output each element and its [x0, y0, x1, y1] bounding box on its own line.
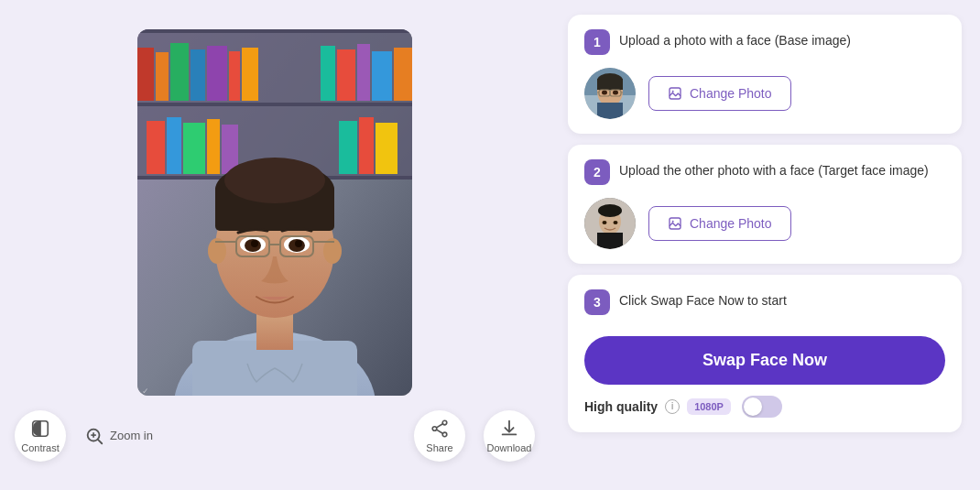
svg-point-63 [602, 91, 607, 95]
step1-change-photo-button[interactable]: Change Photo [648, 76, 791, 111]
download-icon [499, 419, 519, 439]
share-icon [430, 419, 450, 439]
main-image: ✓ [137, 29, 412, 396]
svg-rect-12 [321, 46, 335, 101]
step1-avatar [584, 68, 636, 119]
svg-point-64 [613, 91, 618, 95]
svg-point-71 [672, 91, 674, 93]
svg-point-78 [603, 221, 607, 224]
svg-rect-15 [372, 51, 392, 101]
svg-point-52 [442, 432, 447, 437]
svg-point-51 [442, 420, 447, 425]
swap-face-button[interactable]: Swap Face Now [584, 336, 945, 385]
share-label: Share [426, 442, 452, 453]
step2-content: Change Photo [584, 198, 945, 249]
step2-avatar [584, 198, 636, 249]
download-button[interactable]: Download [484, 410, 535, 462]
svg-rect-61 [597, 79, 623, 90]
bottom-toolbar: Contrast Zoom in Share [15, 410, 535, 462]
zoom-label: Zoom in [110, 429, 153, 442]
svg-rect-3 [137, 103, 412, 106]
step1-content: Change Photo [584, 68, 945, 119]
step2-change-photo-button[interactable]: Change Photo [648, 206, 791, 241]
step2-card: 2 Upload the other photo with a face (Ta… [568, 145, 962, 264]
step3-title: Click Swap Face Now to start [619, 289, 787, 310]
quality-toggle[interactable] [742, 396, 782, 418]
svg-rect-24 [376, 123, 397, 174]
svg-point-79 [614, 221, 618, 224]
left-panel: ✓ Contrast Zoom in [0, 0, 550, 490]
svg-rect-5 [137, 48, 154, 101]
quality-row: High quality i 1080P [584, 396, 945, 418]
svg-rect-13 [337, 49, 355, 101]
svg-rect-17 [147, 121, 165, 174]
svg-rect-8 [191, 49, 205, 101]
right-panel: 1 Upload a photo with a face (Base image… [550, 0, 980, 490]
svg-rect-2 [137, 29, 412, 33]
svg-point-53 [432, 426, 437, 430]
step2-badge: 2 [584, 159, 610, 185]
step1-title: Upload a photo with a face (Base image) [619, 29, 851, 50]
svg-rect-7 [170, 43, 189, 101]
svg-line-48 [98, 440, 102, 443]
svg-rect-6 [156, 52, 169, 101]
step1-card: 1 Upload a photo with a face (Base image… [568, 15, 962, 134]
svg-point-39 [295, 240, 302, 247]
svg-point-38 [251, 240, 258, 247]
svg-text:✓: ✓ [142, 387, 149, 396]
svg-rect-22 [339, 121, 357, 174]
svg-rect-16 [394, 48, 412, 101]
image-icon-2 [668, 216, 682, 231]
svg-point-76 [598, 204, 622, 217]
svg-rect-77 [597, 233, 623, 249]
svg-rect-10 [229, 51, 240, 101]
quality-badge: 1080P [687, 398, 731, 415]
svg-rect-20 [207, 119, 220, 174]
step3-card: 3 Click Swap Face Now to start Swap Face… [568, 275, 962, 432]
svg-rect-23 [359, 117, 374, 174]
zoom-in-button[interactable]: Zoom in [84, 426, 153, 446]
step3-badge: 3 [584, 289, 610, 315]
step2-header: 2 Upload the other photo with a face (Ta… [584, 159, 945, 185]
svg-point-31 [224, 158, 325, 203]
quality-label: High quality [584, 399, 658, 414]
svg-rect-9 [207, 46, 227, 101]
svg-point-81 [672, 221, 674, 223]
step1-badge: 1 [584, 29, 610, 55]
zoom-icon [84, 426, 104, 446]
svg-rect-11 [242, 48, 258, 101]
step2-title: Upload the other photo with a face (Targ… [619, 159, 929, 180]
step3-header: 3 Click Swap Face Now to start [584, 289, 945, 323]
svg-rect-62 [597, 103, 623, 119]
toggle-knob [744, 397, 762, 416]
step1-header: 1 Upload a photo with a face (Base image… [584, 29, 945, 55]
svg-rect-19 [183, 123, 205, 174]
svg-rect-14 [357, 44, 370, 101]
svg-line-54 [437, 423, 443, 427]
image-icon [668, 86, 682, 101]
svg-rect-18 [167, 117, 181, 174]
svg-line-55 [437, 430, 443, 433]
contrast-icon [30, 419, 50, 439]
info-icon[interactable]: i [665, 399, 680, 414]
share-button[interactable]: Share [414, 410, 465, 462]
download-label: Download [487, 442, 532, 453]
contrast-button[interactable]: Contrast [15, 410, 66, 462]
contrast-label: Contrast [21, 442, 60, 453]
